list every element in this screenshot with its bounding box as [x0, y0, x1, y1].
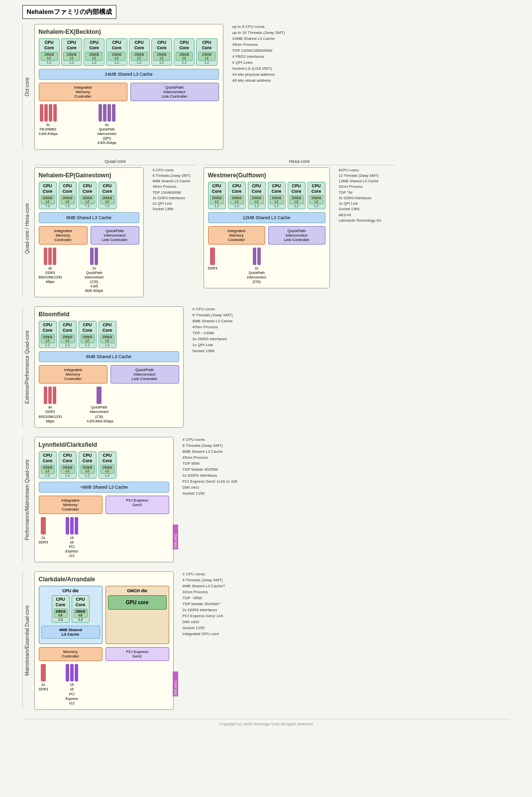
cpu-core-8: CPUCore 256KBL2 1.2: [196, 38, 217, 66]
cd-mc: MemoryController: [39, 647, 103, 661]
section-extreme-quad: Extreme/Performance Quad-core Bloomfield…: [22, 306, 510, 427]
cpu-core-4: CPUCore 256KBL2 1.2: [106, 38, 127, 66]
cpu-core-3: CPUCore 256KBL2 1.2: [84, 38, 105, 66]
lynnfield-cores: CPUCore 256KBL2 1.2 CPUCore 256KBL2 1.2 …: [39, 451, 169, 479]
bf-core-2: CPUCore 256KBL2 1.2: [59, 321, 77, 348]
wm-csi-bus: 2xQuickPathinterconnect(CSI): [247, 248, 266, 284]
wm-qpi: QuickPathinterconnectLink Controller: [268, 226, 325, 245]
westmere-wrapper: Hexa-core Westmere(Gulftown) CPUCore 256…: [204, 159, 399, 298]
dual-core-label: Mainstream/Essential Dual-core: [22, 571, 31, 710]
nehalem-ex-row: Nehalem-EX(Beckton) CPUCore 256KBL2 1.2 …: [34, 24, 510, 150]
wm-controllers: IntegratedMemoryController QuickPathinte…: [208, 226, 325, 245]
fbdimm-bus: 4xFB-DIMM24.8/6.4Gbps: [39, 104, 58, 136]
wm-l3: 12MB Shared L3 Cache: [208, 212, 325, 223]
bf-ddr3-bus: 8xDDR3800/1066/1333Mbps: [39, 387, 62, 423]
bf-csi-bus: QuickPathinterconnect(CSI)4.8/5.86/6.4Gb…: [87, 387, 111, 423]
wm-core-6: CPUCore 256KBL2 1.2: [308, 182, 325, 209]
perf-quad-content: Lynnfield/Clarksfield CPUCore 256KBL2 1.…: [34, 437, 510, 563]
bf-controllers: IntegratedMemoryController QuickPathinte…: [39, 365, 179, 384]
ln-l3: ~8MB Shared L3 Cache: [39, 482, 169, 493]
gpu-core: GPU core: [108, 595, 167, 610]
extreme-quad-content: Bloomfield CPUCore 256KBL2 1.2 CPUCore 2…: [34, 306, 510, 427]
oct-core-label: Oct-core: [22, 24, 31, 150]
bf-qpi: QuickPathinterconnectLink Controller: [110, 365, 179, 384]
nehalem-ex-controllers: IntegratedMemoryController QuickPathinte…: [39, 83, 219, 101]
section-dual-core: Mainstream/Essential Dual-core Clarkdale…: [22, 571, 510, 710]
qpi-bus: 4xQuickPathinterconnect(QPI)4.8/6.4Gbps: [98, 104, 116, 145]
bloomfield-row: Bloomfield CPUCore 256KBL2 1.2 CPUCore 2…: [34, 306, 510, 427]
cpu-core-1: CPUCore 256KBL2 1.2: [39, 38, 60, 66]
nehalem-ep-diagram: Nehalem-EP(Gainestown) CPUCore 256KBL2 7…: [34, 167, 144, 298]
bf-l3: 8MB Shared L3 Cache: [39, 351, 179, 362]
cpu-die: CPU die CPUCore 256KBL2 1.2 CPUCore 256K…: [39, 586, 103, 644]
ln-core-2: CPUCore 256KBL2 1.2: [59, 451, 77, 479]
cd-core-1: CPUCore 256KBL2 1.2: [52, 595, 70, 623]
nehalem-ep-wrapper: Quad-core Nehalem-EP(Gainestown) CPUCore…: [34, 159, 200, 298]
nehalem-ex-info: up to 8 CPU cores up to 16 Threads (2way…: [232, 24, 322, 150]
nehalem-ex-l3: 24MB Shared L3 Cache: [39, 69, 219, 80]
cpu-core-7: CPUCore 256KBL2 1.2: [174, 38, 195, 66]
ep-csi-bus: 2xQuickPathinterconnect(CSI)4.8/5 86/6.4…: [82, 248, 106, 293]
quad-hexa-pair: Quad-core Nehalem-EP(Gainestown) CPUCore…: [34, 159, 510, 298]
wm-buses: DDR3 2xQuickPathinterconnect(CSI): [208, 248, 325, 284]
ep-l3: 8MB Shared L3 Cache: [39, 212, 139, 223]
nehalem-ex-diagram: Nehalem-EX(Beckton) CPUCore 256KBL2 1.2 …: [34, 24, 223, 150]
cd-dmi-bus: DMI x4x2: [173, 664, 178, 704]
cpu-core-2: CPUCore 256KBL2 1.2: [61, 38, 82, 66]
bf-buses: 8xDDR3800/1066/1333Mbps QuickPathinterco…: [39, 387, 179, 423]
ep-ddr3-bus: 8xDDR3800/1066/1333Mbps: [39, 248, 62, 284]
cd-buses: 2xDDR3 16x8PCIExpressx12: [39, 664, 169, 705]
gmch-die: GMCH die GPU core: [106, 586, 169, 644]
fbdimm-label: 4xFB-DIMM24.8/6.4Gbps: [39, 123, 58, 136]
ln-imc: IntegratedMemoryController: [39, 496, 103, 514]
imc-box: IntegratedMemoryController: [39, 83, 127, 101]
page-title: Nehalemファミリの内部構成: [22, 5, 116, 19]
clarkdale-dies: CPU die CPUCore 256KBL2 1.2 CPUCore 256K…: [39, 586, 169, 644]
section-perf-quad: Performance/Mainstream Quad-core Lynnfie…: [22, 437, 510, 563]
cd-pcie: PCI ExpressGen2: [106, 647, 169, 661]
clarkdale-cores: CPUCore 256KBL2 1.2 CPUCore 256KBL2 1.2: [41, 595, 100, 623]
ln-controllers: IntegratedMemoryController PCI ExpressGe…: [39, 496, 169, 514]
oct-core-content: Nehalem-EX(Beckton) CPUCore 256KBL2 1.2 …: [34, 24, 510, 150]
lynnfield-row: Lynnfield/Clarksfield CPUCore 256KBL2 1.…: [34, 437, 510, 563]
cpu-core-6: CPUCore 256KBL2 1.2: [151, 38, 172, 66]
cd-pcie-bus: 16x8PCIExpressx12: [66, 664, 78, 705]
ep-buses: 8xDDR3800/1066/1333Mbps 2xQuickPathinter…: [39, 248, 139, 293]
bloomfield-diagram: Bloomfield CPUCore 256KBL2 1.2 CPUCore 2…: [34, 306, 184, 427]
ep-qpi: QuickPathinterconnectLink Controller: [91, 226, 139, 245]
ln-ddr3-bus: 2xDDR3: [39, 517, 48, 544]
ln-pcie: PCI ExpressGen2: [106, 496, 169, 514]
perf-quad-label: Performance/Mainstream Quad-core: [22, 437, 31, 563]
wm-core-3: CPUCore 256KBL2 1.2: [248, 182, 266, 209]
lynnfield-title: Lynnfield/Clarksfield: [39, 441, 169, 448]
bf-core-1: CPUCore 256KBL2 1.2: [39, 321, 57, 348]
ep-core-1: CPUCore 256KBL2 7.2: [39, 182, 57, 209]
wm-info: 6CPU cores 12 Threads (2way SMT) 12MB Sh…: [339, 167, 399, 288]
bloomfield-cores: CPUCore 256KBL2 1.2 CPUCore 256KBL2 1.2 …: [39, 321, 179, 348]
westmere-title: Westmere(Gulftown): [208, 172, 325, 179]
wm-imc: IntegratedMemoryController: [208, 226, 265, 245]
ln-dmi-bus: DMI x4x2: [173, 517, 178, 557]
quad-hexa-content: Quad-core Nehalem-EP(Gainestown) CPUCore…: [34, 159, 510, 298]
section-oct-core: Oct-core Nehalem-EX(Beckton) CPUCore 256…: [22, 24, 510, 150]
wm-core-2: CPUCore 256KBL2 1.2: [228, 182, 246, 209]
wm-core-1: CPUCore 256KBL2 1.2: [208, 182, 226, 209]
wm-core-5: CPUCore 256KBL2 1.2: [288, 182, 306, 209]
ep-controllers: IntegratedMemoryController QuickPathinte…: [39, 226, 139, 245]
hexa-core-sublabel: Hexa-core: [204, 159, 396, 165]
wm-core-4: CPUCore 256KBL2 1.2: [268, 182, 286, 209]
bf-imc: IntegratedMemoryController: [39, 365, 107, 384]
clarkdale-title: Clarkdale/Arrandale: [39, 576, 169, 583]
cd-l3: 4MB SharedL3 Cache: [41, 626, 100, 639]
ln-core-4: CPUCore 256KBL2 1.2: [99, 451, 116, 479]
bf-core-4: CPUCore 256KBL2 1.2: [99, 321, 116, 348]
nehalem-ep-cores: CPUCore 256KBL2 7.2 CPUCore 256KBL2 7.2: [39, 182, 139, 209]
lynnfield-diagram: Lynnfield/Clarksfield CPUCore 256KBL2 1.…: [34, 437, 174, 563]
section-quad-hexa: Quad-core / Hexa-core Quad-core Nehalem-…: [22, 159, 510, 298]
bf-core-3: CPUCore 256KBL2 1.2: [79, 321, 97, 348]
cpu-core-5: CPUCore 256KBL2 1.2: [129, 38, 150, 66]
ep-core-3: CPUCore 256KBL2 7.2: [79, 182, 97, 209]
nehalem-ex-cores: CPUCore 256KBL2 1.2 CPUCore 256KBL2 1.2 …: [39, 38, 219, 66]
nehalem-ep-title: Nehalem-EP(Gainestown): [39, 172, 139, 179]
nehalem-ex-buses: 4xFB-DIMM24.8/6.4Gbps 4xQuickPathinterco…: [39, 104, 219, 145]
